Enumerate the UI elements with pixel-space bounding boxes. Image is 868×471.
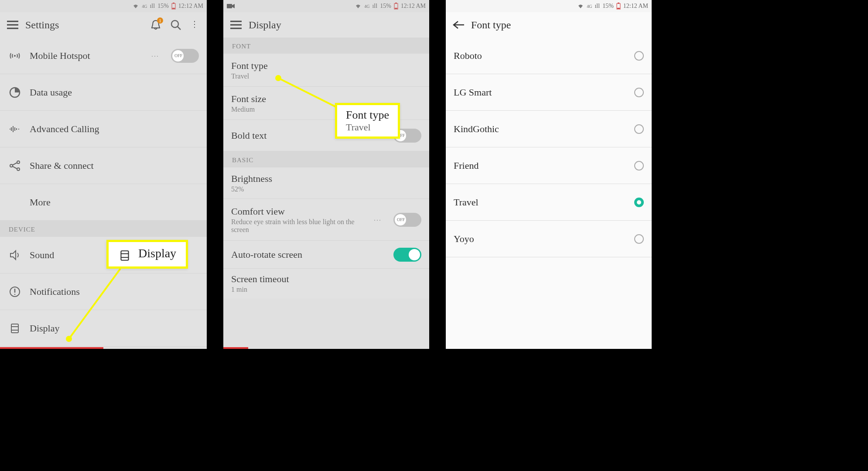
- font-option-yoyo[interactable]: Yoyo: [446, 221, 652, 257]
- share-connect-row[interactable]: Share & connect: [0, 147, 207, 184]
- data-usage-row[interactable]: Data usage: [0, 74, 207, 111]
- page-title: Settings: [25, 19, 143, 31]
- battery-pct: 15%: [380, 3, 391, 10]
- comfort-view-toggle[interactable]: [393, 213, 421, 227]
- brightness-row[interactable]: Brightness 52%: [223, 167, 429, 199]
- row-label: Display: [30, 323, 199, 334]
- alert-icon: [8, 285, 22, 299]
- svg-rect-17: [395, 8, 397, 9]
- svg-rect-1: [173, 3, 174, 3]
- font-type-callout: Font type Travel: [335, 103, 400, 139]
- font-option-kindgothic[interactable]: KindGothic: [446, 111, 652, 147]
- svg-rect-22: [617, 8, 620, 9]
- font-option-roboto[interactable]: Roboto: [446, 38, 652, 74]
- callout-title: Font type: [346, 109, 389, 122]
- radio-button[interactable]: [634, 51, 644, 61]
- camera-icon: [227, 3, 235, 9]
- option-label: KindGothic: [454, 123, 626, 135]
- battery-icon: [394, 3, 398, 10]
- status-bar: 4G ıll 15% 12:12 AM: [0, 0, 207, 12]
- battery-icon: [616, 3, 621, 10]
- more-row[interactable]: More: [0, 184, 207, 221]
- row-label: Font type: [231, 60, 421, 72]
- share-icon: [8, 159, 22, 173]
- svg-rect-21: [618, 3, 619, 3]
- mobile-hotspot-row[interactable]: Mobile Hotspot ⋯: [0, 38, 207, 74]
- overflow-menu-icon[interactable]: ⋯: [190, 20, 200, 30]
- font-option-friend[interactable]: Friend: [446, 147, 652, 184]
- svg-rect-2: [172, 8, 175, 9]
- network-label: 4G: [142, 4, 147, 9]
- row-label: Notifications: [30, 286, 199, 297]
- row-label: Brightness: [231, 173, 421, 184]
- row-label: Auto-rotate screen: [231, 249, 386, 260]
- display-callout: Display: [106, 240, 188, 269]
- svg-point-8: [17, 168, 20, 171]
- row-sub: Reduce eye strain with less blue light o…: [231, 218, 366, 234]
- back-icon[interactable]: [453, 19, 464, 31]
- signal-label: ıll: [372, 3, 377, 10]
- radio-button[interactable]: [634, 198, 644, 207]
- comfort-view-row[interactable]: Comfort view Reduce eye strain with less…: [223, 199, 429, 241]
- font-option-lgsmart[interactable]: LG Smart: [446, 74, 652, 111]
- option-label: Roboto: [454, 50, 626, 61]
- font-option-travel[interactable]: Travel: [446, 184, 652, 221]
- settings-screen: 4G ıll 15% 12:12 AM Settings 1 ⋯ Mobile …: [0, 0, 212, 349]
- option-label: Yoyo: [454, 233, 626, 245]
- hamburger-icon[interactable]: [230, 19, 242, 31]
- page-title: Font type: [471, 19, 645, 31]
- advanced-calling-row[interactable]: Advanced Calling: [0, 111, 207, 147]
- status-bar: 4G ıll 15% 12:12 AM: [223, 0, 429, 12]
- notifications-icon[interactable]: 1: [150, 19, 161, 31]
- svg-rect-16: [395, 3, 397, 3]
- font-type-row[interactable]: Font type Travel: [223, 54, 429, 87]
- row-label: Advanced Calling: [30, 123, 199, 135]
- battery-icon: [171, 3, 176, 10]
- notification-badge: 1: [157, 17, 163, 24]
- display-screen: 4G ıll 15% 12:12 AM Display FONT Font ty…: [222, 0, 434, 349]
- page-title: Display: [249, 19, 422, 31]
- radio-button[interactable]: [634, 88, 644, 97]
- font-type-header: Font type: [446, 12, 652, 38]
- radio-button[interactable]: [634, 124, 644, 134]
- network-label: 4G: [587, 4, 592, 9]
- wifi-icon: [355, 3, 362, 9]
- row-label: More: [30, 197, 199, 208]
- signal-label: ıll: [150, 3, 155, 10]
- auto-rotate-toggle[interactable]: [393, 248, 421, 262]
- screen-timeout-row[interactable]: Screen timeout 1 min: [223, 269, 429, 298]
- svg-point-3: [171, 20, 178, 27]
- option-label: Friend: [454, 160, 626, 171]
- basic-section-header: BASIC: [223, 151, 429, 167]
- clock: 12:12 AM: [178, 3, 203, 10]
- ellipsis-icon: ⋯: [151, 51, 160, 61]
- settings-header: Settings 1 ⋯: [0, 12, 207, 38]
- network-label: 4G: [364, 4, 369, 9]
- display-row[interactable]: Display: [0, 310, 207, 347]
- row-label: Screen timeout: [231, 273, 421, 285]
- option-label: LG Smart: [454, 87, 626, 98]
- svg-rect-14: [227, 4, 232, 8]
- row-label: Share & connect: [30, 160, 199, 171]
- hotspot-toggle[interactable]: [171, 49, 199, 63]
- display-header: Display: [223, 12, 429, 38]
- row-label: Data usage: [30, 87, 199, 98]
- battery-pct: 15%: [157, 3, 169, 10]
- notifications-row[interactable]: Notifications: [0, 273, 207, 310]
- clock: 12:12 AM: [401, 3, 426, 10]
- radio-button[interactable]: [634, 234, 644, 244]
- radio-button[interactable]: [634, 161, 644, 171]
- wifi-icon: [132, 3, 139, 9]
- row-sub: 1 min: [231, 286, 421, 294]
- hamburger-icon[interactable]: [7, 19, 18, 31]
- auto-rotate-row[interactable]: Auto-rotate screen: [223, 241, 429, 269]
- row-sub: Travel: [231, 72, 421, 80]
- svg-rect-10: [11, 324, 18, 333]
- battery-pct: 15%: [602, 3, 614, 10]
- font-type-screen: 4G ıll 15% 12:12 AM Font type Roboto LG …: [445, 0, 657, 349]
- ellipsis-icon: ⋯: [373, 215, 382, 225]
- display-icon: [8, 321, 22, 335]
- row-label: Mobile Hotspot: [30, 50, 143, 61]
- clock: 12:12 AM: [623, 3, 648, 10]
- search-icon[interactable]: [170, 19, 181, 31]
